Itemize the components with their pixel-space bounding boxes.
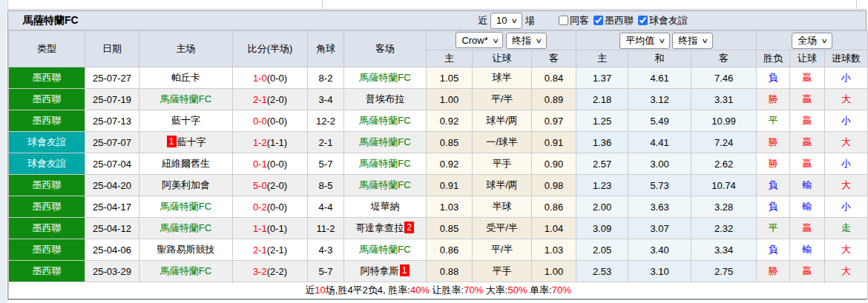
avg-home-odds: 2.53 (576, 261, 628, 282)
team-name[interactable]: 哥達拿查拉 (355, 222, 404, 233)
away-team[interactable]: 馬薩特蘭FC (344, 110, 427, 132)
odds-provider-select[interactable]: Crow*∨ (456, 32, 503, 48)
team-name[interactable]: 聖路易斯競技 (157, 244, 215, 255)
team-name[interactable]: 馬薩特蘭FC (160, 201, 211, 212)
odds-time-select[interactable]: 终指∨ (506, 33, 547, 49)
corners-cell: 12-2 (308, 110, 344, 132)
red-card-badge: 1 (167, 136, 177, 147)
away-team[interactable]: 普埃布拉 (344, 89, 427, 110)
result-outcome: 平 (757, 110, 790, 132)
team-name[interactable]: 馬薩特蘭FC (160, 222, 211, 233)
divider (322, 0, 323, 9)
odds-home: 1.00 (427, 89, 473, 110)
team-name[interactable]: 馬薩特蘭FC (359, 179, 410, 190)
recent-label: 近 (478, 14, 487, 27)
home-team[interactable]: 馬薩特蘭FC (139, 261, 233, 282)
team-name[interactable]: 阿美利加會 (162, 179, 210, 190)
odds-home: 1.05 (427, 67, 473, 89)
league-type-badge: 墨西聯 (9, 67, 85, 89)
summary-row: 近10场,胜4平2负4, 胜率:40% 让胜率:70% 大率:50% 单率:70… (9, 282, 868, 299)
team-name[interactable]: 紐維爾舊生 (162, 158, 210, 169)
league-type-badge: 球會友誼 (9, 153, 85, 175)
team-name[interactable]: 普埃布拉 (366, 93, 404, 104)
avg-home-odds: 1.23 (576, 175, 628, 196)
home-team[interactable]: 聖路易斯競技 (139, 239, 233, 261)
chevron-down-icon: ∨ (702, 36, 709, 44)
result-goals: 小 (825, 110, 868, 132)
filter-toggle[interactable]: 球會友誼 (634, 14, 688, 27)
away-team[interactable]: 馬薩特蘭FC (344, 239, 427, 261)
team-name[interactable]: 阿特拿斯 (361, 265, 399, 276)
result-outcome: 負 (757, 239, 790, 261)
home-team[interactable]: 馬薩特蘭FC (139, 218, 233, 239)
filter-checkbox[interactable] (559, 16, 568, 25)
home-team[interactable]: 藍十字 (139, 110, 233, 132)
result-handicap: 輸 (790, 196, 825, 218)
home-team[interactable]: 馬薩特蘭FC (139, 89, 233, 110)
team-name[interactable]: 馬薩特蘭FC (359, 244, 410, 255)
home-team[interactable]: 1藍十字 (139, 132, 233, 153)
summary-segment: 大率: (483, 284, 507, 296)
avg-away-odds: 10.99 (691, 110, 757, 132)
odds-group-header: Crow*∨ 终指∨ (427, 31, 576, 50)
avg-draw-odds: 3.00 (628, 153, 691, 175)
sub-header-result-outcome: 胜负 (757, 50, 790, 67)
odds-home: 0.88 (427, 261, 473, 282)
team-name[interactable]: 馬薩特蘭FC (359, 72, 410, 83)
team-name[interactable]: 馬薩特蘭FC (359, 136, 410, 147)
team-name[interactable]: 馬薩特蘭FC (160, 93, 211, 104)
col-header-date: 日期 (85, 31, 139, 67)
filter-checkbox[interactable] (594, 16, 603, 25)
home-team[interactable]: 阿美利加會 (139, 175, 233, 196)
chevron-down-icon: ∨ (492, 36, 499, 44)
filter-checkbox[interactable] (638, 16, 648, 25)
home-team[interactable]: 帕丘卡 (139, 67, 233, 89)
result-goals: 小 (825, 196, 868, 218)
away-team[interactable]: 馬薩特蘭FC (344, 132, 427, 153)
corners-cell: 8-5 (308, 175, 344, 196)
team-name[interactable]: 馬薩特蘭FC (359, 158, 410, 169)
recent-count-select[interactable]: 10 ∨ (490, 13, 522, 29)
away-team[interactable]: 堤華納 (344, 196, 427, 218)
odds-away: 0.91 (532, 132, 576, 153)
team-name[interactable]: 藍十字 (171, 115, 200, 126)
chevron-down-icon: ∨ (821, 36, 829, 44)
avg-home-odds: 2.05 (576, 239, 628, 261)
team-name[interactable]: 帕丘卡 (171, 72, 200, 83)
result-outcome: 勝 (757, 261, 790, 282)
filter-label: 墨西聯 (605, 14, 634, 27)
match-date: 25-04-20 (85, 175, 139, 196)
away-team[interactable]: 馬薩特蘭FC (344, 153, 427, 175)
match-date: 25-04-06 (85, 239, 139, 261)
team-name[interactable]: 馬薩特蘭FC (160, 265, 211, 276)
team-name[interactable]: 藍十字 (177, 136, 206, 147)
summary-text: 近10场,胜4平2负4, 胜率:40% 让胜率:70% 大率:50% 单率:70… (9, 282, 868, 299)
league-type-badge: 墨西聯 (9, 175, 85, 196)
result-goals: 大 (825, 239, 868, 261)
away-team[interactable]: 馬薩特蘭FC (344, 175, 427, 196)
away-team[interactable]: 哥達拿查拉2 (344, 218, 427, 239)
avg-home-odds: 1.25 (576, 110, 628, 132)
home-team[interactable]: 紐維爾舊生 (139, 153, 233, 175)
avg-away-odds: 10.74 (691, 175, 757, 196)
filter-toggle[interactable]: 同客 (554, 14, 589, 27)
filter-toggle[interactable]: 墨西聯 (589, 14, 634, 27)
result-handicap: 輸 (790, 175, 825, 196)
home-team[interactable]: 馬薩特蘭FC (139, 196, 233, 218)
corners-cell: 11-2 (308, 218, 344, 239)
away-team[interactable]: 阿特拿斯1 (344, 261, 427, 282)
fulltime-select[interactable]: 全场∨ (792, 33, 832, 49)
summary-segment: 50% (507, 284, 527, 296)
table-row: 球會友誼 25-07-07 1藍十字 1-2(1-1) 2-1 馬薩特蘭FC 0… (9, 132, 868, 153)
corners-cell: 5-7 (308, 261, 344, 282)
games-label: 場 (525, 14, 535, 27)
away-team[interactable]: 馬薩特蘭FC (344, 67, 427, 89)
summary-segment: 40% (410, 284, 430, 296)
average-time-select[interactable]: 终指∨ (672, 33, 713, 49)
team-name[interactable]: 堤華納 (371, 201, 400, 212)
sub-header-avg-home: 主 (576, 50, 628, 67)
team-name[interactable]: 馬薩特蘭FC (359, 115, 410, 126)
corners-cell: 4-4 (308, 196, 344, 218)
table-row: 墨西聯 25-07-27 帕丘卡 1-0(0-0) 8-2 馬薩特蘭FC 1.0… (9, 67, 868, 89)
average-select[interactable]: 平均值∨ (619, 33, 670, 49)
